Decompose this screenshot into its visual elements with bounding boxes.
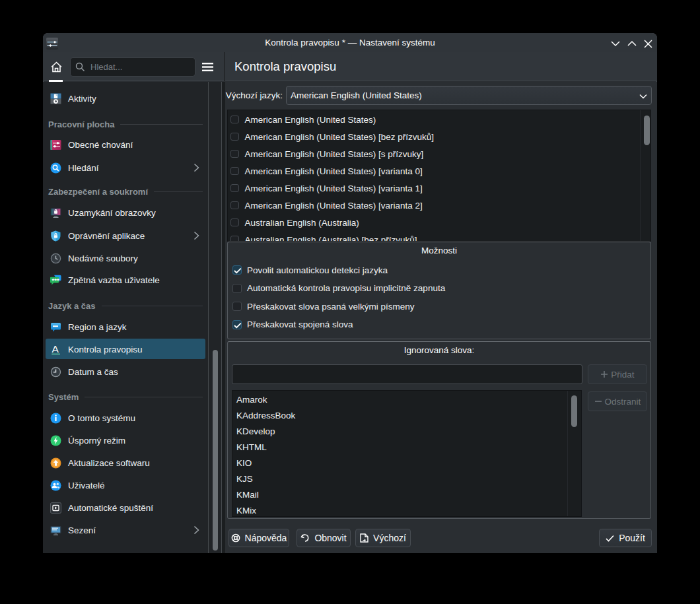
svg-text:A: A — [52, 344, 59, 354]
svg-text:***: *** — [52, 276, 59, 283]
